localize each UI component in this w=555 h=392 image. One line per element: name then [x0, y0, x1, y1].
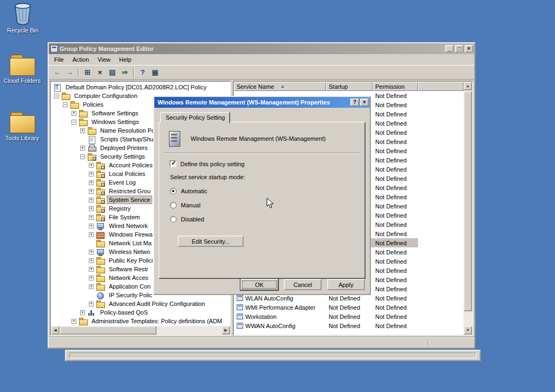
folder-icon: [79, 110, 87, 117]
toolbar-separator: [133, 68, 134, 77]
expand-expander-icon[interactable]: +: [89, 215, 94, 220]
expand-expander-icon[interactable]: +: [89, 206, 94, 211]
collapse-expander-icon[interactable]: −: [54, 94, 59, 99]
desktop-icon-tools-library[interactable]: Tools Library: [1, 112, 43, 141]
menu-help[interactable]: Help: [115, 55, 136, 64]
desktop-icon-cloud-folders[interactable]: Cloud Folders: [1, 54, 43, 84]
column-header-filler: [418, 82, 463, 91]
ok-button[interactable]: OK: [240, 279, 278, 290]
tree-item[interactable]: +Advanced Audit Policy Configuration: [51, 299, 230, 308]
delete-button[interactable]: ×: [94, 67, 106, 79]
scroll-right-button[interactable]: ▶: [221, 326, 230, 335]
table-row[interactable]: WorkstationNot DefinedNot Defined: [234, 312, 463, 321]
help-button[interactable]: ?: [136, 67, 149, 79]
permission-cell: Not Defined: [373, 119, 418, 128]
service-name-cell: Workstation: [234, 312, 326, 321]
expand-expander-icon[interactable]: +: [89, 250, 94, 254]
edit-security-button[interactable]: Edit Security...: [178, 236, 244, 247]
scrollbar-thumb[interactable]: [60, 326, 156, 335]
tree-item[interactable]: Default Domain Policy [DC01.AD2008R2.LOC…: [51, 83, 230, 92]
table-row[interactable]: WWAN AutoConfigNot DefinedNot Defined: [234, 321, 463, 330]
back-button[interactable]: ←: [51, 67, 63, 79]
tree-item[interactable]: +Policy-based QoS: [51, 308, 230, 317]
row-filler: [418, 257, 423, 266]
scroll-left-button[interactable]: ◀: [51, 326, 60, 335]
column-header-startup[interactable]: Startup: [326, 82, 373, 91]
radio-button-icon[interactable]: [170, 188, 177, 194]
expand-expander-icon[interactable]: +: [89, 163, 94, 168]
background-window-edge[interactable]: [65, 350, 481, 361]
gpo-icon: [53, 84, 61, 91]
row-filler: [418, 174, 423, 183]
table-row[interactable]: WMI Performance AdapterNot DefinedNot De…: [234, 303, 463, 312]
expand-expander-icon[interactable]: +: [89, 284, 94, 289]
expand-expander-icon[interactable]: +: [89, 267, 94, 272]
list-vertical-scrollbar[interactable]: ▲ ▼: [463, 82, 472, 335]
permission-cell: Not Defined: [373, 321, 418, 330]
expand-expander-icon[interactable]: +: [71, 111, 76, 116]
tree-horizontal-scrollbar[interactable]: ◀ ▶: [51, 326, 230, 335]
expand-expander-icon[interactable]: +: [80, 146, 85, 151]
tree-item-label: Windows Settings: [89, 117, 141, 126]
expand-expander-icon[interactable]: +: [89, 224, 94, 228]
forward-button[interactable]: →: [63, 67, 76, 79]
expand-expander-icon[interactable]: +: [80, 128, 85, 133]
show-console-tree-button[interactable]: ⊞: [81, 67, 94, 79]
qos-icon: [88, 309, 96, 316]
checkbox-checked-icon[interactable]: [169, 160, 177, 167]
expand-expander-icon[interactable]: +: [89, 172, 94, 177]
properties-button[interactable]: ▤: [106, 67, 119, 79]
scrollbar-track[interactable]: [60, 326, 221, 335]
expand-expander-icon[interactable]: +: [89, 302, 94, 306]
radio-button-icon[interactable]: [170, 216, 177, 223]
export-list-button[interactable]: ⇒: [119, 67, 131, 79]
permission-cell: Not Defined: [373, 312, 418, 321]
tree-item-label: Network Acces: [107, 273, 151, 282]
dialog-help-button[interactable]: ?: [350, 99, 359, 106]
expand-expander-icon[interactable]: +: [89, 258, 94, 263]
minimize-button[interactable]: _: [445, 45, 454, 53]
window-titlebar[interactable]: Group Policy Management Editor _ □ ×: [49, 43, 474, 54]
menu-view[interactable]: View: [93, 55, 115, 64]
restore-button[interactable]: □: [455, 45, 463, 53]
close-button[interactable]: ×: [465, 45, 473, 53]
dialog-titlebar[interactable]: Windows Remote Management (WS-Management…: [154, 97, 370, 108]
collapse-expander-icon[interactable]: −: [80, 154, 85, 159]
expand-expander-icon[interactable]: +: [80, 310, 85, 315]
collapse-expander-icon[interactable]: −: [63, 102, 68, 107]
scroll-down-button[interactable]: ▼: [463, 326, 472, 335]
dialog-close-button[interactable]: ×: [360, 99, 369, 106]
lock-mark: [101, 200, 105, 204]
expand-expander-icon[interactable]: +: [89, 232, 94, 237]
cancel-button[interactable]: Cancel: [284, 279, 322, 290]
dialog-body: Security Policy Setting Windows Remote M…: [154, 108, 370, 294]
row-filler: [418, 201, 423, 211]
radio-disabled[interactable]: Disabled: [170, 215, 365, 223]
radio-automatic[interactable]: Automatic: [170, 187, 365, 194]
tab-security-policy-setting[interactable]: Security Policy Setting: [160, 112, 230, 123]
column-header-permission[interactable]: Permission: [373, 82, 418, 91]
service-name-cell: WWAN AutoConfig: [234, 321, 326, 330]
window-title: Group Policy Management Editor: [58, 45, 444, 52]
desktop-icon-recycle-bin[interactable]: Recycle Bin: [2, 3, 44, 34]
expand-expander-icon[interactable]: +: [89, 180, 94, 185]
define-policy-checkbox[interactable]: Define this policy setting: [169, 160, 365, 167]
radio-button-icon[interactable]: [170, 202, 177, 208]
expand-expander-icon[interactable]: +: [89, 198, 94, 202]
column-header-service-name[interactable]: Service Name ▲: [234, 82, 326, 91]
expand-expander-icon[interactable]: +: [71, 319, 76, 324]
scrollbar-thumb[interactable]: [463, 91, 472, 311]
menu-action[interactable]: Action: [68, 55, 94, 64]
folder-icon: [96, 257, 105, 264]
tree-item-label: IP Security Polic: [107, 291, 154, 299]
expand-expander-icon[interactable]: +: [89, 189, 94, 194]
expand-expander-icon[interactable]: +: [89, 276, 94, 280]
menu-file[interactable]: File: [50, 55, 68, 64]
new-window-button[interactable]: ▣: [149, 67, 161, 79]
permission-cell: Not Defined: [373, 275, 418, 284]
apply-button[interactable]: Apply: [327, 279, 365, 290]
collapse-expander-icon[interactable]: −: [71, 120, 76, 125]
tree-item[interactable]: +Administrative Templates: Policy defini…: [51, 317, 230, 325]
tree-item-label: Default Domain Policy [DC01.AD2008R2.LOC…: [63, 83, 208, 92]
scroll-up-button[interactable]: ▲: [463, 82, 472, 90]
